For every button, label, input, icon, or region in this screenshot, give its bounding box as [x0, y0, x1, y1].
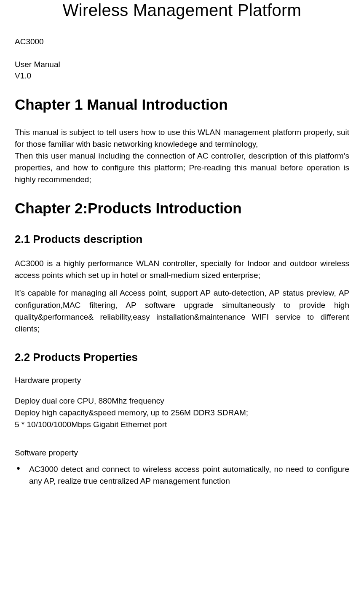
- chapter-1-para-2: Then this user manual including the conn…: [15, 150, 349, 186]
- hardware-property-lines: Deploy dual core CPU, 880Mhz frequency D…: [15, 395, 349, 431]
- software-property-list: AC3000 detect and connect to wireless ac…: [15, 463, 349, 487]
- chapter-2-heading: Chapter 2:Products Introduction: [15, 200, 349, 217]
- model-number: AC3000: [15, 36, 349, 48]
- software-property-heading: Software property: [15, 448, 349, 458]
- hw-line: Deploy high capacity&speed memory, up to…: [15, 407, 349, 419]
- page-title: Wireless Management Platform: [15, 1, 349, 20]
- doc-version: V1.0: [15, 70, 349, 82]
- section-2-1-para-1: AC3000 is a highly performance WLAN cont…: [15, 258, 349, 281]
- doc-type: User Manual: [15, 59, 349, 70]
- hardware-property-heading: Hardware property: [15, 376, 349, 385]
- section-2-1-para-2: It’s capable for managing all Access poi…: [15, 287, 349, 334]
- chapter-1-para-1: This manual is subject to tell users how…: [15, 127, 349, 150]
- list-item: AC3000 detect and connect to wireless ac…: [15, 463, 349, 487]
- section-2-1-heading: 2.1 Products description: [15, 233, 349, 246]
- section-2-2-heading: 2.2 Products Properties: [15, 351, 349, 364]
- hw-line: 5 * 10/100/1000Mbps Gigabit Ethernet por…: [15, 419, 349, 431]
- chapter-1-heading: Chapter 1 Manual Introduction: [15, 96, 349, 113]
- hw-line: Deploy dual core CPU, 880Mhz frequency: [15, 395, 349, 407]
- meta-block: AC3000 User Manual V1.0: [15, 36, 349, 82]
